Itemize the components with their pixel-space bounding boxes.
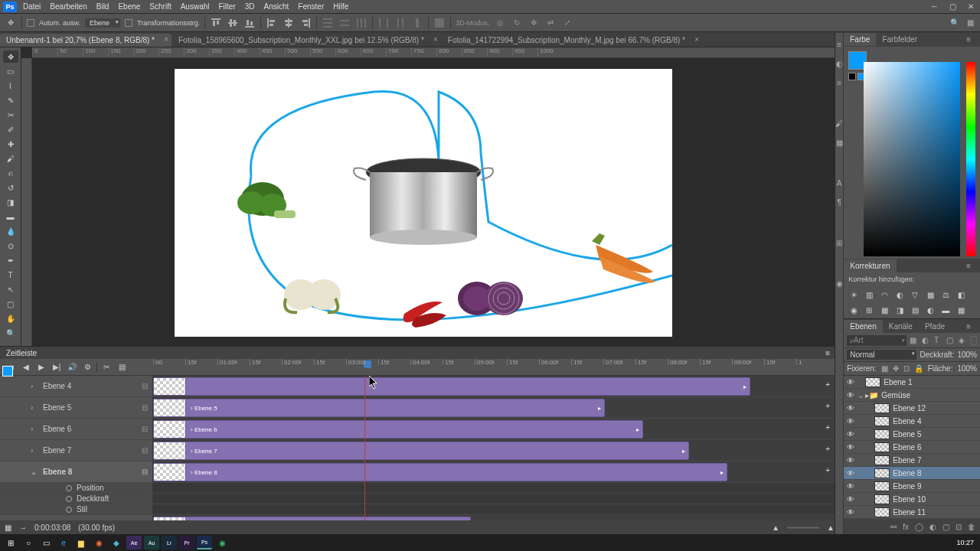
dodge-tool[interactable]: ⊙ bbox=[3, 240, 18, 252]
scissors-icon[interactable]: ✂ bbox=[100, 361, 113, 373]
blend-mode-dropdown[interactable]: Normal bbox=[847, 350, 916, 360]
visibility-icon[interactable]: 👁 bbox=[844, 391, 858, 399]
expand-icon[interactable]: › bbox=[31, 446, 38, 455]
expand-icon[interactable]: › bbox=[31, 403, 38, 412]
align-bottom-icon[interactable] bbox=[243, 17, 256, 29]
visibility-icon[interactable]: 👁 bbox=[844, 404, 858, 412]
taskbar-clock[interactable]: 10:27 bbox=[956, 539, 974, 546]
transition-icon[interactable]: ▤ bbox=[116, 361, 128, 373]
collapsed-panel-libraries-icon[interactable]: ⊞ bbox=[836, 239, 842, 247]
gradient-tool[interactable]: ▬ bbox=[3, 210, 18, 223]
timeline-property-row[interactable]: Position bbox=[0, 483, 835, 494]
3d-pan-icon[interactable]: ✥ bbox=[528, 17, 540, 29]
layer-row[interactable]: 👁⌄▸📁Gemüse bbox=[844, 389, 980, 402]
dist-3-icon[interactable] bbox=[355, 17, 368, 29]
collapsed-panel-properties-icon[interactable]: ◐ bbox=[836, 60, 843, 68]
lock-pixels-icon[interactable]: ▦ bbox=[881, 364, 888, 373]
collapsed-panel-clone-icon[interactable]: ▦ bbox=[836, 139, 843, 147]
blur-tool[interactable]: 💧 bbox=[3, 225, 18, 237]
menu-fenster[interactable]: Fenster bbox=[298, 2, 324, 11]
tab-document-2[interactable]: Fotolia_158965600_Subscription_Monthly_X… bbox=[172, 34, 441, 47]
group-icon[interactable]: ▢ bbox=[942, 523, 949, 531]
convert-icon[interactable]: → bbox=[19, 523, 27, 532]
move-tool[interactable]: ✥ bbox=[3, 51, 18, 63]
firefox-icon[interactable]: ◉ bbox=[91, 536, 106, 549]
layer-row[interactable]: 👁Ebene 1 bbox=[844, 376, 980, 389]
layer-thumbnail[interactable] bbox=[874, 429, 890, 439]
edge-icon[interactable]: e bbox=[56, 536, 71, 549]
timeline-clip[interactable]: › Ebene 6▸ bbox=[153, 420, 643, 439]
visibility-icon[interactable]: 👁 bbox=[844, 469, 858, 478]
fill-value[interactable]: 100% bbox=[957, 364, 977, 373]
menu-bild[interactable]: Bild bbox=[96, 2, 109, 11]
expand-icon[interactable]: › bbox=[31, 382, 38, 390]
layer-name[interactable]: Gemüse bbox=[881, 391, 910, 399]
visibility-icon[interactable]: 👁 bbox=[844, 417, 858, 425]
timeline-row[interactable]: ›Ebene 6⊟› Ebene 6▸+ bbox=[0, 419, 835, 440]
dist-5-icon[interactable] bbox=[394, 17, 407, 29]
play-icon[interactable]: ▶ bbox=[35, 361, 47, 373]
stamp-tool[interactable]: ⎌ bbox=[3, 167, 18, 179]
visibility-icon[interactable]: 👁 bbox=[844, 482, 858, 491]
filter-shape-icon[interactable]: ▢ bbox=[946, 336, 956, 344]
layer-thumbnail[interactable] bbox=[874, 507, 890, 517]
track-menu-icon[interactable]: ⊟ bbox=[142, 468, 148, 476]
layer-thumbnail[interactable] bbox=[874, 494, 890, 504]
panel-menu-icon[interactable]: ≡ bbox=[825, 349, 830, 357]
timeline-row[interactable]: ›Ebene 7⊟› Ebene 7▸+ bbox=[0, 440, 835, 461]
layer-name[interactable]: Ebene 8 bbox=[893, 469, 921, 478]
layer-name[interactable]: Ebene 5 bbox=[893, 430, 921, 439]
tab-korrekturen[interactable]: Korrekturen bbox=[844, 259, 896, 272]
lock-position-icon[interactable]: ✥ bbox=[893, 364, 899, 373]
bw-icon[interactable]: ◧ bbox=[956, 289, 966, 300]
render-icon[interactable]: ▦ bbox=[5, 523, 11, 532]
next-frame-icon[interactable]: ▶| bbox=[51, 361, 63, 373]
add-keyframe-icon[interactable]: + bbox=[825, 445, 830, 453]
shape-tool[interactable]: ▢ bbox=[3, 298, 18, 310]
vibrance-icon[interactable]: ▽ bbox=[910, 289, 920, 300]
collapsed-panel-info-icon[interactable]: ≡ bbox=[837, 79, 841, 87]
panel-menu-icon[interactable]: ≡ bbox=[960, 259, 977, 272]
opacity-value[interactable]: 100% bbox=[957, 350, 977, 359]
type-tool[interactable]: T bbox=[3, 269, 18, 281]
filter-smart-icon[interactable]: ◈ bbox=[959, 336, 968, 344]
settings-icon[interactable]: ⚙ bbox=[81, 361, 93, 373]
layer-row[interactable]: 👁Ebene 9 bbox=[844, 480, 980, 493]
timeline-clip[interactable]: ▸ bbox=[153, 377, 750, 396]
visibility-icon[interactable]: 👁 bbox=[844, 508, 858, 517]
hue-slider[interactable] bbox=[966, 62, 975, 256]
menu-bearbeiten[interactable]: Bearbeiten bbox=[50, 2, 87, 11]
add-keyframe-icon[interactable]: + bbox=[825, 466, 830, 474]
track-menu-icon[interactable]: ⊟ bbox=[142, 446, 148, 455]
layer-row[interactable]: 👁Ebene 10 bbox=[844, 493, 980, 506]
explorer-icon[interactable]: ▆ bbox=[74, 536, 89, 549]
close-icon[interactable]: × bbox=[433, 35, 438, 44]
layer-name[interactable]: Ebene 10 bbox=[893, 495, 926, 504]
layer-row[interactable]: 👁Ebene 12 bbox=[844, 402, 980, 415]
visibility-icon[interactable]: 👁 bbox=[844, 456, 858, 465]
lasso-tool[interactable]: ⌇ bbox=[3, 80, 18, 92]
brush-tool[interactable]: 🖌 bbox=[3, 152, 18, 165]
collapsed-panel-character-icon[interactable]: A bbox=[837, 179, 842, 187]
layer-row[interactable]: 👁Ebene 11 bbox=[844, 506, 980, 519]
layer-thumbnail[interactable] bbox=[874, 416, 890, 426]
menu-hilfe[interactable]: Hilfe bbox=[333, 2, 348, 11]
zoom-in-icon[interactable]: ▲ bbox=[827, 523, 835, 532]
visibility-icon[interactable]: 👁 bbox=[844, 495, 858, 504]
menu-ansicht[interactable]: Ansicht bbox=[264, 2, 289, 11]
align-vcenter-icon[interactable] bbox=[227, 17, 239, 29]
layer-row[interactable]: 👁Ebene 7 bbox=[844, 454, 980, 467]
layer-row[interactable]: 👁Ebene 8 bbox=[844, 467, 980, 480]
document-canvas[interactable] bbox=[175, 69, 672, 337]
tab-ebenen[interactable]: Ebenen bbox=[844, 320, 882, 333]
align-right-icon[interactable] bbox=[299, 17, 312, 29]
lock-artboard-icon[interactable]: ⊡ bbox=[903, 364, 910, 373]
exposure-icon[interactable]: ◐ bbox=[894, 289, 905, 300]
stopwatch-icon[interactable] bbox=[66, 485, 72, 491]
dist-auto-icon[interactable] bbox=[433, 17, 446, 29]
add-keyframe-icon[interactable]: + bbox=[825, 380, 830, 389]
layer-thumbnail[interactable] bbox=[874, 442, 890, 452]
task-view-icon[interactable]: ▭ bbox=[38, 536, 54, 549]
layer-name[interactable]: Ebene 1 bbox=[884, 378, 912, 386]
quick-select-tool[interactable]: ✎ bbox=[3, 94, 18, 106]
